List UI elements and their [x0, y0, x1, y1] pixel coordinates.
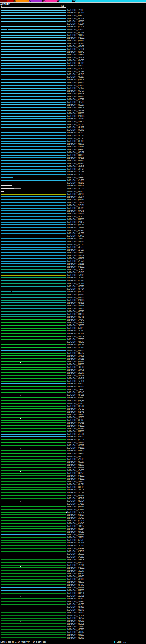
hit-label[interactable]: UniRef100_UP1000...: [67, 562, 88, 564]
hit-label[interactable]: UniRef100_B9LJ16: [67, 542, 84, 544]
hit-label[interactable]: UniRef100_C3QHA2: [67, 269, 84, 271]
hit-label[interactable]: UniRef100_UP1000...: [67, 478, 88, 480]
hit-label[interactable]: UniRef100_P31112: [67, 34, 84, 36]
hit-label[interactable]: UniRef100_C4JFY0: [67, 366, 84, 368]
hit-label[interactable]: UniRef100_Q75FU8: [67, 291, 84, 293]
hit-bar[interactable]: [1, 587, 66, 588]
hit-label[interactable]: UniRef100_B5UJM7: [67, 280, 84, 282]
hit-label[interactable]: UniRef100_Q8PP84: [67, 288, 84, 290]
hit-label[interactable]: UniRef100_Q6IJV7: [67, 361, 84, 363]
hit-label[interactable]: UniRef100_C5C7B9: [67, 517, 84, 519]
hit-bar[interactable]: [1, 40, 66, 41]
hit-label[interactable]: UniRef100_UP1000...: [67, 296, 88, 298]
hit-label[interactable]: UniRef100_C6W775: [67, 369, 84, 371]
hit-label[interactable]: UniRef100_Q20YV8: [67, 637, 84, 639]
hit-label[interactable]: UniRef100_A7LW20: [67, 260, 84, 262]
hit-label[interactable]: UniRef100_B4Z642: [67, 241, 84, 243]
hit-label[interactable]: UniRef100_B3YIF0: [67, 182, 84, 184]
hit-label[interactable]: UniRef100_B4RBP7: [67, 386, 84, 388]
hit-label[interactable]: UniRef100_A6LFN4: [67, 492, 84, 494]
hit-bar[interactable]: [1, 570, 66, 571]
hit-bar[interactable]: [1, 336, 66, 337]
hit-bar[interactable]: [1, 328, 66, 328]
hit-label[interactable]: UniRef100_C6PHR4: [67, 48, 84, 50]
hit-bar[interactable]: [1, 464, 66, 465]
hit-label[interactable]: UniRef100_C0QET7: [67, 570, 84, 572]
hit-label[interactable]: UniRef100_B4V6E9: [67, 598, 84, 600]
hit-bar[interactable]: [1, 219, 66, 220]
hit-label[interactable]: UniRef100_Q64M72: [67, 235, 84, 237]
hit-bar[interactable]: [1, 456, 66, 457]
hit-bar[interactable]: [1, 18, 66, 19]
hit-label[interactable]: UniRef100_Q3J7R4: [67, 428, 84, 430]
hit-bar[interactable]: [1, 222, 66, 222]
hit-label[interactable]: UniRef100_A5G9P9: [67, 612, 84, 614]
hit-bar[interactable]: [1, 364, 66, 365]
hit-label[interactable]: UniRef100_C5KBC9: [67, 274, 84, 276]
hit-label[interactable]: UniRef100_A8IZE0: [67, 193, 84, 195]
hit-bar[interactable]: [1, 484, 66, 485]
hit-bar[interactable]: [1, 467, 66, 468]
hit-bar[interactable]: [1, 93, 66, 94]
hit-bar[interactable]: [1, 182, 14, 184]
hit-bar[interactable]: [1, 174, 66, 175]
hit-label[interactable]: UniRef100_C1F139: [67, 626, 84, 628]
hit-bar[interactable]: [1, 579, 66, 580]
hit-label[interactable]: UniRef100_A3TQV3: [67, 375, 84, 377]
hit-bar[interactable]: [1, 528, 66, 529]
hit-label[interactable]: UniRef100_Q4Z978: [67, 143, 84, 145]
hit-label[interactable]: UniRef100_Q84VE1: [67, 46, 84, 48]
hit-label[interactable]: UniRef100_A9GPY5: [67, 171, 84, 173]
hit-label[interactable]: UniRef100_Q5LK36: [67, 26, 84, 28]
hit-bar[interactable]: [1, 481, 66, 482]
hit-label[interactable]: UniRef100_A5C5K3: [67, 70, 84, 73]
hit-bar[interactable]: [1, 573, 66, 574]
hit-bar[interactable]: [1, 62, 66, 64]
hit-bar[interactable]: [1, 453, 66, 454]
hit-bar[interactable]: [1, 392, 66, 393]
hit-bar[interactable]: [1, 163, 66, 164]
hit-label[interactable]: UniRef100_Q94BH0: [67, 313, 84, 315]
hit-label[interactable]: UniRef100_Q6WJ47: [67, 378, 84, 380]
hit-label[interactable]: UniRef100_A4IUJ8: [67, 336, 84, 338]
hit-label[interactable]: UniRef100_C6P2D4: [67, 536, 84, 538]
hit-bar[interactable]: [1, 604, 66, 605]
hit-bar[interactable]: [1, 194, 66, 195]
hit-bar[interactable]: [1, 624, 66, 624]
hit-label[interactable]: UniRef100_P51540: [67, 397, 84, 399]
hit-label[interactable]: UniRef100_Q04EV8: [67, 620, 84, 622]
hit-bar[interactable]: [1, 191, 4, 192]
hit-label[interactable]: UniRef100_UP1000...: [67, 534, 88, 536]
hit-label[interactable]: UniRef100_B81075: [67, 481, 84, 483]
hit-bar[interactable]: [1, 74, 66, 75]
hit-bar[interactable]: [1, 590, 66, 591]
hit-bar[interactable]: [1, 269, 66, 270]
hit-bar[interactable]: [1, 60, 66, 61]
hit-bar[interactable]: [1, 325, 66, 326]
hit-bar[interactable]: [1, 230, 66, 231]
hit-bar[interactable]: [1, 400, 66, 401]
hit-bar[interactable]: [1, 534, 66, 535]
hit-label[interactable]: UniRef100_C4N2W7: [67, 617, 84, 619]
hit-label[interactable]: UniRef100_C04B52: [67, 525, 84, 527]
hit-label[interactable]: UniRef100_Q21PW1: [67, 508, 84, 510]
hit-bar[interactable]: [1, 82, 66, 83]
hit-label[interactable]: UniRef100_Q4Y383: [67, 634, 84, 636]
hit-label[interactable]: UniRef100_A7XB47: [67, 54, 84, 56]
hit-label[interactable]: UniRef100_Q41IX7: [67, 199, 84, 201]
hit-label[interactable]: UniRef100_C1FNU4: [67, 202, 84, 204]
hit-bar[interactable]: [1, 559, 66, 560]
hit-bar[interactable]: [1, 171, 66, 172]
hit-label[interactable]: UniRef100_P68172: [67, 87, 84, 89]
hit-label[interactable]: UniRef100_UP1000...: [67, 567, 88, 569]
hit-bar[interactable]: [1, 90, 66, 92]
hit-bar[interactable]: [1, 272, 66, 273]
hit-bar[interactable]: [1, 188, 14, 189]
hit-label[interactable]: UniRef100_B21ZN4: [67, 442, 84, 444]
hit-label[interactable]: UniRef100_P94101: [67, 494, 84, 497]
hit-label[interactable]: UniRef100_Q7RKK8: [67, 548, 84, 550]
hit-bar[interactable]: [1, 436, 66, 437]
hit-label[interactable]: UniRef100_UP1000...: [67, 115, 88, 117]
hit-bar[interactable]: [1, 241, 66, 242]
hit-label[interactable]: UniRef100_B6VC73: [67, 60, 84, 62]
